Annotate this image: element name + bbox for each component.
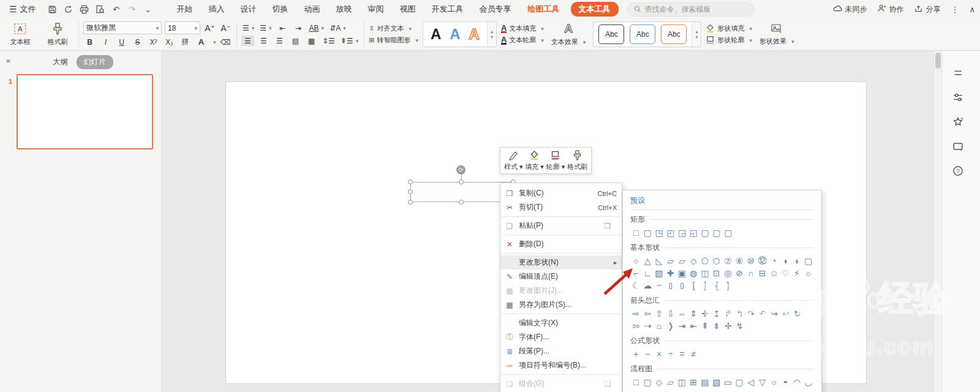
mini-outline-frame-button[interactable]: 轮廓 ▾ [546, 150, 565, 172]
mini-fill-bucket-button[interactable]: 填充 ▾ [525, 150, 544, 172]
shape-option[interactable]: ⊡ [710, 267, 722, 279]
resize-handle[interactable] [459, 200, 464, 205]
shape-option[interactable]: ⊞ [688, 376, 699, 388]
print-preview-icon[interactable] [96, 4, 105, 14]
shape-option[interactable]: = [676, 348, 688, 360]
shape-option[interactable]: ↻ [791, 307, 803, 319]
font-size-select[interactable]: 18▾ [165, 21, 200, 34]
shape-option[interactable]: □ [630, 376, 642, 388]
underline-button[interactable]: U [115, 37, 128, 47]
slide-thumbnail[interactable] [17, 74, 153, 149]
text-direction-icon[interactable]: AB▾ [308, 23, 326, 33]
menu-item-项目符号和编号[interactable]: ≔项目符号和编号(B)... [500, 358, 622, 372]
shape-option[interactable]: × [654, 348, 665, 360]
undo-icon[interactable]: ↶ [111, 4, 121, 14]
shape-outline-button[interactable]: 形状轮廓▾ [706, 36, 752, 45]
shape-option[interactable]: ◁ [745, 376, 757, 388]
shape-option[interactable]: ∩ [745, 267, 757, 279]
shape-option[interactable]: } [722, 279, 734, 291]
bullet-list-icon[interactable]: ☰▾ [241, 23, 255, 33]
justify-icon[interactable]: ▤ [289, 36, 302, 46]
menu-tab-视图[interactable]: 视图 [392, 1, 424, 17]
shape-option[interactable]: ▧ [710, 376, 722, 388]
shape-option[interactable]: ▱ [665, 376, 676, 388]
shape-option[interactable]: ⬡ [710, 255, 722, 266]
menu-tab-切换[interactable]: 切换 [265, 1, 296, 17]
menu-item-段落[interactable]: ≣段落(P)... [500, 344, 622, 358]
align-right-icon[interactable]: ☰ [273, 36, 286, 46]
menu-tab-设计[interactable]: 设计 [233, 1, 265, 17]
text-style-blue[interactable]: A [450, 26, 460, 43]
shape-style-orange[interactable]: Abc [661, 24, 687, 44]
shape-option[interactable]: [ [688, 279, 699, 291]
shape-style-black[interactable]: Abc [598, 24, 624, 44]
menu-item-剪切[interactable]: ✂剪切(T)Ctrl+X [500, 200, 622, 214]
export-icon[interactable] [64, 4, 74, 14]
shape-option[interactable]: ◇ [654, 376, 665, 388]
phonetic-guide-button[interactable]: 拼 [179, 37, 192, 47]
shape-option[interactable]: ] [699, 279, 711, 291]
print-icon[interactable] [80, 4, 89, 14]
shape-option[interactable]: ◫ [676, 376, 688, 388]
convert-smartart-button[interactable]: ⊞ 转智能图形▾ [369, 36, 418, 45]
shape-option[interactable]: − [642, 348, 654, 360]
shape-option[interactable]: ▢ [699, 227, 711, 238]
shape-option[interactable]: ▢ [734, 376, 745, 388]
shape-option[interactable]: ⇰ [630, 320, 642, 331]
shape-option[interactable]: ◫ [699, 267, 711, 279]
shape-option[interactable]: ⇔ [676, 307, 688, 319]
superscript-button[interactable]: X² [147, 37, 160, 47]
shape-option[interactable]: ⊘ [734, 267, 745, 279]
menu-item-粘贴[interactable]: ❑粘贴(P)❒ [500, 219, 622, 233]
shape-option[interactable]: △ [642, 255, 654, 266]
shape-option[interactable]: ◳ [654, 227, 665, 238]
menu-item-复制[interactable]: ❐复制(C)Ctrl+C [500, 186, 622, 200]
shape-fill-button[interactable]: 形状填充▾ [706, 24, 752, 33]
shape-option[interactable]: ⊟ [756, 267, 768, 279]
lines2-icon[interactable] [952, 67, 963, 78]
shape-option[interactable]: ☺ [768, 267, 780, 279]
shrink-font-button[interactable]: A⁻ [219, 23, 232, 33]
selected-textbox[interactable] [410, 182, 513, 202]
shape-option[interactable]: ▢ [802, 255, 814, 266]
help-icon[interactable]: ? [952, 165, 963, 176]
shape-option[interactable]: ♡ [780, 267, 791, 279]
menu-tab-开发工具[interactable]: 开发工具 [424, 1, 472, 17]
font-color-caret[interactable]: ▾ [213, 39, 216, 45]
menu-item-另存为图片[interactable]: ▦另存为图片(S)... [500, 298, 622, 312]
shape-option[interactable]: ◗ [791, 255, 803, 266]
person-button[interactable]: 协作 [877, 4, 903, 15]
shape-option[interactable]: ↪ [769, 307, 780, 319]
resize-handle[interactable] [408, 179, 413, 184]
collapse-ribbon-button[interactable]: ∧ [969, 5, 975, 14]
shape-option[interactable]: ↱ [722, 307, 734, 319]
shape-option[interactable]: ⇤ [688, 320, 699, 331]
bold-button[interactable]: B [83, 37, 96, 47]
gallery-more-button[interactable]: ▴▾ [487, 22, 496, 47]
format-painter-button[interactable]: 格式刷 [41, 21, 74, 48]
align-center-icon[interactable]: ☰ [257, 36, 270, 46]
resize-handle[interactable] [408, 200, 413, 205]
shape-option[interactable]: ◺ [654, 255, 665, 266]
shape-option[interactable]: ⚡ [791, 267, 803, 279]
shape-option[interactable]: ↷ [745, 307, 757, 319]
paragraph-spacing-icon[interactable]: ⇕☰ [321, 36, 336, 46]
menu-tab-开始[interactable]: 开始 [169, 1, 201, 17]
tab-outline[interactable]: 大纲 [48, 55, 73, 69]
text-style-orange-outline[interactable]: A [469, 26, 480, 43]
shape-option[interactable]: ⬠ [699, 255, 711, 266]
shape-option[interactable]: ▢ [642, 376, 654, 388]
paste-options-icon[interactable]: ❏ [598, 380, 617, 388]
menu-tab-会员专享[interactable]: 会员专享 [472, 1, 519, 17]
shape-option[interactable]: ☼ [802, 267, 814, 279]
shape-option[interactable]: ⌂ [654, 320, 665, 331]
shape-option[interactable]: ✚ [665, 267, 676, 279]
shape-option[interactable]: ≠ [688, 348, 699, 360]
more-icon[interactable]: ⌄ [143, 4, 153, 14]
distribute-icon[interactable]: ▦ [305, 36, 318, 46]
subscript-button[interactable]: X₂ [163, 37, 176, 47]
shape-option[interactable]: ▱ [665, 255, 676, 266]
menu-tab-插入[interactable]: 插入 [201, 1, 233, 17]
tab-text-tools[interactable]: 文本工具 [571, 2, 619, 17]
shape-option[interactable]: ▢ [711, 227, 723, 238]
